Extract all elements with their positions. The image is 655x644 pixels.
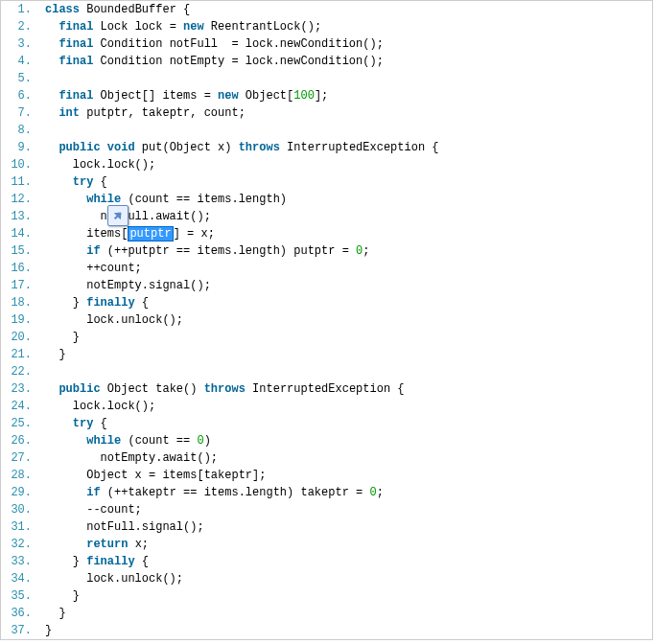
code-content[interactable] [37,363,652,380]
code-line: 10. lock.lock(); [1,156,652,173]
text-token: } [45,624,52,637]
line-number: 22. [1,363,37,380]
text-token: Object[] items = [93,89,218,103]
text-token [45,124,52,137]
code-content[interactable] [37,122,652,139]
text-token [45,434,86,448]
code-line: 24. lock.lock(); [1,398,652,415]
code-line: 16. ++count; [1,260,652,277]
code-content[interactable]: while (count == items.length) [37,191,652,208]
code-content[interactable]: if (++takeptr == items.length) takeptr =… [37,484,652,501]
keyword-token: while [86,434,121,448]
code-line: 31. notFull.signal(); [1,518,652,536]
code-content[interactable]: --count; [37,501,652,518]
line-number: 37. [1,622,37,639]
code-content[interactable]: notEmpty.signal(); [37,277,652,294]
code-content[interactable]: ++count; [37,260,652,277]
line-number: 26. [1,432,37,449]
text-token [45,141,58,154]
code-content[interactable]: } finally { [37,294,652,311]
code-content[interactable]: final Condition notFull = lock.newCondit… [37,35,652,53]
code-content[interactable]: lock.unlock(); [37,570,652,587]
code-line: 36. } [1,605,652,622]
text-token: BoundedBuffer { [80,3,190,16]
text-token: items[ [45,227,128,241]
text-token: ++count; [45,262,142,275]
code-content[interactable]: try { [37,173,652,191]
line-number: 15. [1,242,37,260]
text-token [45,486,86,499]
text-token: { [93,175,106,189]
line-number: 7. [1,104,37,122]
text-token: lock.lock(); [45,158,155,172]
code-content[interactable]: items[putptr] = x; [37,225,652,242]
text-token: Condition notEmpty = lock.newCondition()… [93,55,383,68]
text-token: Object take() [101,382,204,396]
line-number: 24. [1,398,37,415]
code-content[interactable]: try { [37,415,652,432]
code-line: 29. if (++takeptr == items.length) takep… [1,484,652,501]
line-number: 4. [1,53,37,70]
code-content[interactable]: notFull.signal(); [37,518,652,536]
code-content[interactable]: int putptr, takeptr, count; [37,104,652,122]
line-number: 12. [1,191,37,208]
code-content[interactable]: } [37,346,652,363]
code-content[interactable]: return x; [37,536,652,553]
text-token: ] = x; [174,227,215,241]
text-token: Object x = items[takeptr]; [45,469,266,482]
selected-token: putptr [128,226,173,242]
code-content[interactable]: notEmpty.await(); [37,449,652,467]
text-token [45,417,73,430]
text-token [45,106,58,120]
code-content[interactable] [37,70,652,87]
text-token [45,382,58,396]
text-token: (count == items.length) [121,193,287,206]
code-line: 25. try { [1,415,652,432]
code-content[interactable]: } [37,587,652,605]
code-content[interactable]: final Condition notEmpty = lock.newCondi… [37,53,652,70]
code-content[interactable]: } [37,329,652,346]
code-line: 35. } [1,587,652,605]
code-listing: 1.class BoundedBuffer {2. final Lock loc… [0,0,653,640]
code-content[interactable]: public Object take() throws InterruptedE… [37,380,652,398]
text-token: } [45,331,80,344]
code-content[interactable]: public void put(Object x) throws Interru… [37,139,652,156]
code-line: 37.} [1,622,652,639]
code-content[interactable]: } finally { [37,553,652,570]
line-number: 30. [1,501,37,518]
line-number: 8. [1,122,37,139]
line-number: 19. [1,311,37,329]
line-number: 5. [1,70,37,87]
text-token: ) [204,434,211,448]
code-content[interactable]: while (count == 0) [37,432,652,449]
code-content[interactable]: Object x = items[takeptr]; [37,467,652,484]
text-token: { [135,555,149,568]
code-line: 15. if (++putptr == items.length) putptr… [1,242,652,260]
code-line: 2. final Lock lock = new ReentrantLock()… [1,18,652,35]
code-content[interactable]: } [37,605,652,622]
code-content[interactable]: final Lock lock = new ReentrantLock(); [37,18,652,35]
text-token: { [93,417,106,430]
line-number: 23. [1,380,37,398]
code-content[interactable]: } [37,622,652,639]
code-content[interactable]: notFull.await(); [37,208,652,225]
code-content[interactable]: if (++putptr == items.length) putptr = 0… [37,242,652,260]
code-content[interactable]: lock.unlock(); [37,311,652,329]
keyword-token: final [58,20,93,34]
code-content[interactable]: lock.lock(); [37,156,652,173]
keyword-token: public [58,382,100,396]
code-content[interactable]: final Object[] items = new Object[100]; [37,87,652,104]
line-number: 14. [1,225,37,242]
code-line: 20. } [1,329,652,346]
code-content[interactable]: lock.lock(); [37,398,652,415]
text-token: (++takeptr == items.length) takeptr = [101,486,370,499]
text-token: x; [128,538,149,551]
code-line: 33. } finally { [1,553,652,570]
arrow-icon [111,209,125,222]
text-token: put(Object x) [135,141,239,154]
line-number: 1. [1,1,37,18]
code-content[interactable]: class BoundedBuffer { [37,1,652,18]
text-token [45,89,58,103]
keyword-token: final [58,89,93,103]
keyword-token: while [86,193,121,206]
